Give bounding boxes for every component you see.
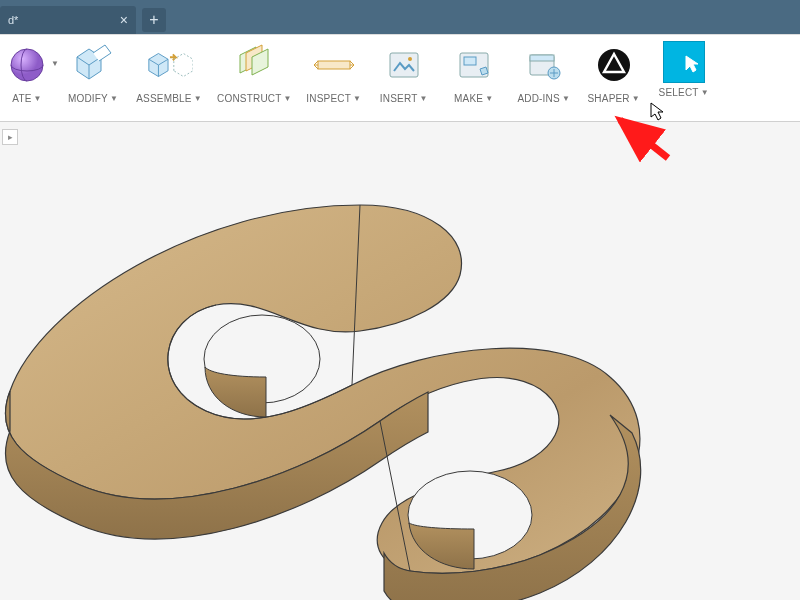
create-label: ATE [12,93,31,104]
chevron-down-icon: ▼ [353,94,361,103]
construct-label: CONSTRUCT [217,93,282,104]
create-menu[interactable]: ▼ ATE▼ [3,35,57,121]
tab-title: d* [8,14,18,26]
chevron-down-icon: ▼ [701,88,709,97]
model-render [0,145,800,600]
modify-menu[interactable]: MODIFY▼ [59,35,127,121]
select-menu[interactable]: SELECT▼ [650,35,718,121]
chevron-down-icon: ▼ [284,94,292,103]
plus-icon: + [149,11,158,29]
inspect-menu[interactable]: INSPECT▼ [300,35,368,121]
sphere-icon [7,45,47,85]
chevron-right-icon: ▸ [8,132,13,142]
make-menu[interactable]: MAKE▼ [440,35,508,121]
svg-rect-7 [530,55,554,61]
svg-rect-5 [464,57,476,65]
svg-rect-2 [390,53,418,77]
svg-point-3 [408,57,412,61]
addins-label: ADD-INS [517,93,560,104]
chevron-down-icon: ▼ [632,94,640,103]
panel-toggle[interactable]: ▸ [2,129,18,145]
model-viewport[interactable] [0,145,800,600]
assemble-icon [145,43,193,87]
insert-label: INSERT [380,93,418,104]
make-icon [454,45,494,85]
shaper-label: SHAPER [587,93,629,104]
addins-menu[interactable]: ADD-INS▼ [510,35,578,121]
select-label: SELECT [659,87,699,98]
chevron-down-icon: ▼ [194,94,202,103]
chevron-down-icon: ▼ [110,94,118,103]
close-icon[interactable]: × [120,12,128,28]
svg-point-0 [11,49,43,81]
inspect-label: INSPECT [306,93,351,104]
modify-label: MODIFY [68,93,108,104]
construct-menu[interactable]: CONSTRUCT▼ [211,35,298,121]
make-label: MAKE [454,93,483,104]
addins-icon [524,45,564,85]
toolbar: ▼ ATE▼ MODIFY▼ ASSEMBLE▼ [0,35,800,122]
chevron-down-icon: ▼ [562,94,570,103]
construct-icon [232,43,276,87]
insert-icon [384,45,424,85]
svg-rect-1 [318,61,350,69]
assemble-menu[interactable]: ASSEMBLE▼ [129,35,209,121]
measure-icon [312,43,356,87]
assemble-label: ASSEMBLE [136,93,192,104]
shaper-icon [594,45,634,85]
document-tab[interactable]: d* × [0,6,136,34]
shaper-menu[interactable]: SHAPER▼ [580,35,648,121]
title-bar: d* × + [0,0,800,34]
add-tab-button[interactable]: + [142,8,166,32]
select-icon [666,44,702,80]
chevron-down-icon: ▼ [51,59,59,68]
chevron-down-icon: ▼ [485,94,493,103]
insert-menu[interactable]: INSERT▼ [370,35,438,121]
chevron-down-icon: ▼ [34,94,42,103]
modify-icon [71,43,115,87]
chevron-down-icon: ▼ [419,94,427,103]
